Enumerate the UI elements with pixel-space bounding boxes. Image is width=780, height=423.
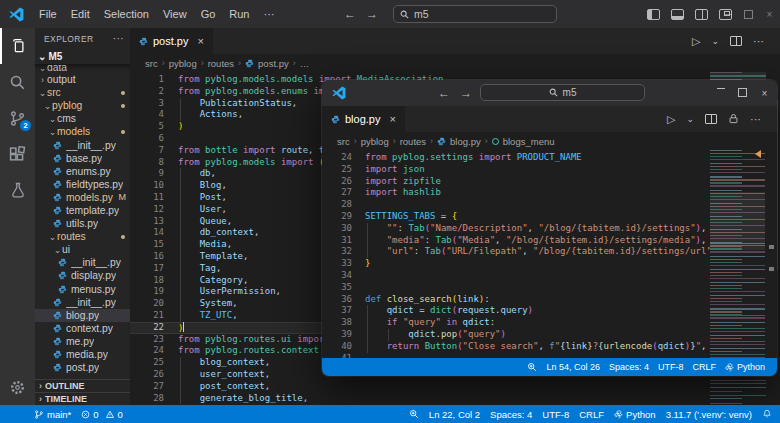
breadcrumb-item[interactable]: blogs_menu (503, 136, 555, 147)
menu-edit[interactable]: Edit (64, 4, 97, 24)
tab-post-py[interactable]: post.py × (130, 28, 213, 54)
eol-item[interactable]: CRLF (579, 409, 604, 420)
code-line-38[interactable]: 38 if "query" in qdict: (322, 317, 710, 329)
tree-file-blog.py[interactable]: blog.py (35, 309, 130, 322)
code-line-31[interactable]: 31 "media": Tab("Media", "/blog/{tabitem… (322, 235, 710, 247)
tree-folder-pyblog[interactable]: ⌄pyblog (35, 99, 130, 112)
tree-file-utils.py[interactable]: utils.py (35, 217, 130, 230)
tree-folder-ui[interactable]: ⌄ui (35, 243, 130, 256)
close-icon[interactable]: × (765, 9, 774, 20)
tree-file-fieldtypes.py[interactable]: fieldtypes.py (35, 178, 130, 191)
tree-file-__init__.py[interactable]: __init__.py (35, 296, 130, 309)
tree-folder-data[interactable]: ⌄data (35, 65, 130, 73)
breadcrumb-item[interactable]: pyblog (169, 58, 197, 69)
tree-folder-output[interactable]: ›output (35, 73, 130, 86)
code-line-26[interactable]: 26import zipfile (322, 176, 710, 188)
cursor-position-item[interactable]: Ln 54, Col 26 (546, 362, 600, 372)
editor-more-actions-icon[interactable]: ··· (750, 113, 761, 125)
split-editor-icon[interactable] (730, 36, 742, 46)
menu-file[interactable]: File (32, 4, 64, 24)
close-tab-icon[interactable]: × (389, 113, 395, 125)
manage-gear-icon[interactable] (0, 369, 35, 405)
tree-file-__init__.py[interactable]: __init__.py (35, 256, 130, 269)
split-editor-icon[interactable] (705, 114, 717, 124)
code-line-41[interactable]: 41 (322, 353, 710, 358)
maximize-icon[interactable] (738, 88, 747, 99)
tree-file-display.py[interactable]: display.py (35, 269, 130, 282)
code-line-24[interactable]: 24from pyblog.settings import PRODUCT_NA… (322, 152, 710, 164)
breadcrumb-item[interactable]: pyblog (361, 136, 389, 147)
toggle-sidebar-icon[interactable] (647, 9, 660, 20)
overlay-command-center-search[interactable]: m5 (480, 84, 645, 101)
tree-folder-models[interactable]: ⌄models (35, 125, 130, 138)
code-line-39[interactable]: 39 qdict.pop("query") (322, 329, 710, 341)
breadcrumb-item[interactable]: routes (208, 58, 234, 69)
tree-file-menus.py[interactable]: menus.py (35, 283, 130, 296)
command-center-search[interactable]: m5 (393, 5, 557, 23)
code-line-25[interactable]: 25import json (322, 164, 710, 176)
run-dropdown-chevron-icon[interactable]: ⌄ (711, 36, 719, 46)
tree-folder-src[interactable]: ⌄src (35, 86, 130, 99)
vscode-overlay-window[interactable]: ← → m5 × blog.py × ▷ ⌄ (322, 80, 777, 376)
code-line-32[interactable]: 32 "url": Tab("URL/Filepath", "/blog/{ta… (322, 246, 710, 258)
indentation-item[interactable]: Spaces: 4 (490, 409, 532, 420)
breadcrumb-item[interactable]: src (145, 58, 158, 69)
cursor-position-item[interactable]: Ln 22, Col 2 (429, 409, 480, 420)
tree-folder-cms[interactable]: ⌄cms (35, 112, 130, 125)
tree-file-post.py[interactable]: post.py (35, 361, 130, 374)
outline-section[interactable]: › OUTLINE (35, 379, 130, 392)
workspace-root-row[interactable]: ⌄ M5 (35, 49, 130, 64)
code-area-blog-py[interactable]: 24from pyblog.settings import PRODUCT_NA… (322, 150, 777, 358)
search-activity-icon[interactable] (0, 64, 35, 100)
problems-item[interactable]: 0 0 (81, 409, 123, 420)
code-line-34[interactable]: 34 (322, 270, 710, 282)
encoding-item[interactable]: UTF-8 (658, 362, 684, 372)
toggle-panel-icon[interactable] (671, 9, 684, 20)
menu-selection[interactable]: Selection (97, 4, 156, 24)
explorer-more-actions-icon[interactable]: ··· (113, 33, 124, 44)
code-line-28[interactable]: 28 (322, 199, 710, 211)
menu-[interactable]: ··· (257, 4, 282, 24)
menu-go[interactable]: Go (194, 4, 223, 24)
tree-file-media.py[interactable]: media.py (35, 348, 130, 361)
nav-back-icon[interactable]: ← (438, 86, 450, 100)
code-line-28[interactable]: 28 generate_blog_title, (130, 393, 710, 405)
close-tab-icon[interactable]: × (197, 35, 203, 47)
tree-file-enums.py[interactable]: enums.py (35, 165, 130, 178)
run-python-file-icon[interactable]: ▷ (667, 113, 675, 126)
testing-activity-icon[interactable] (0, 172, 35, 208)
breadcrumb-item[interactable]: routes (400, 136, 426, 147)
toggle-secondary-sidebar-icon[interactable] (695, 9, 708, 20)
breadcrumb-item[interactable]: src (337, 136, 350, 147)
breadcrumb-item[interactable]: … (300, 58, 310, 69)
run-python-file-icon[interactable]: ▷ (692, 35, 700, 48)
explorer-activity-icon[interactable] (0, 28, 35, 64)
language-mode-item[interactable]: Python (725, 362, 765, 372)
notifications-bell-icon[interactable] (762, 409, 772, 419)
minimap[interactable] (710, 150, 765, 358)
minimize-icon[interactable] (716, 88, 725, 99)
timeline-section[interactable]: › TIMELINE (35, 392, 130, 405)
code-line-29[interactable]: 29SETTINGS_TABS = { (322, 211, 710, 223)
code-line-35[interactable]: 35 (322, 282, 710, 294)
code-line-33[interactable]: 33} (322, 258, 710, 270)
run-dropdown-chevron-icon[interactable]: ⌄ (686, 114, 694, 124)
editor-more-actions-icon[interactable]: ··· (753, 35, 764, 47)
nav-back-icon[interactable]: ← (344, 7, 356, 21)
source-control-activity-icon[interactable]: 2 (0, 100, 35, 136)
zoom-indicator-icon[interactable] (527, 362, 537, 372)
code-line-37[interactable]: 37 qdict = dict(request.query) (322, 305, 710, 317)
tree-folder-routes[interactable]: ⌄routes (35, 230, 130, 243)
tree-file-template.py[interactable]: template.py (35, 204, 130, 217)
tree-file-__init__.py[interactable]: __init__.py (35, 138, 130, 151)
lock-icon[interactable] (728, 113, 739, 126)
minimize-icon[interactable] (723, 14, 732, 15)
tree-file-me.py[interactable]: me.py (35, 335, 130, 348)
breadcrumb-item[interactable]: post.py (258, 58, 289, 69)
nav-forward-icon[interactable]: → (460, 86, 472, 100)
code-line-27[interactable]: 27 post_context, (130, 381, 710, 393)
code-line-40[interactable]: 40 return Button("Close search", f"{link… (322, 341, 710, 353)
editor-scrollbar[interactable] (765, 150, 777, 358)
code-line-30[interactable]: 30 "": Tab("Name/Description", "/blog/{t… (322, 223, 710, 235)
tree-file-models.py[interactable]: models.pyM (35, 191, 130, 204)
